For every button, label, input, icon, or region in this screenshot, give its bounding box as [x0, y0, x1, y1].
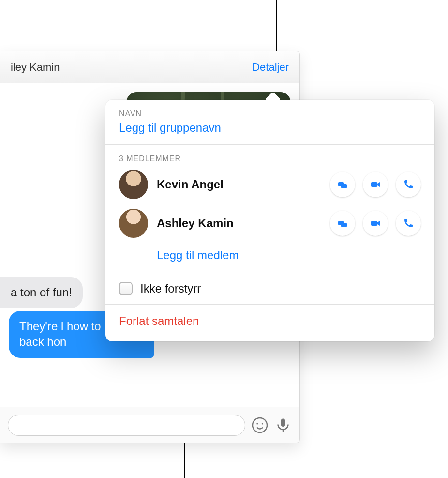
- svg-rect-8: [341, 223, 347, 227]
- audio-call-button[interactable]: [396, 211, 421, 236]
- name-section-label: NAVN: [119, 109, 421, 118]
- member-row: Ashley Kamin: [105, 204, 434, 243]
- screen-share-button[interactable]: [330, 211, 355, 236]
- member-row: Kevin Angel: [105, 165, 434, 204]
- svg-rect-5: [341, 184, 347, 188]
- add-group-name-link[interactable]: Legg til gruppenavn: [119, 121, 421, 135]
- conversation-title: iley Kamin: [11, 61, 60, 74]
- group-name-section: NAVN Legg til gruppenavn: [105, 100, 434, 144]
- audio-call-button[interactable]: [396, 172, 421, 197]
- svg-rect-3: [281, 418, 285, 427]
- add-member-row: Legg til medlem: [105, 243, 434, 273]
- compose-bar: [0, 407, 299, 443]
- member-actions: [330, 172, 421, 197]
- details-popover: NAVN Legg til gruppenavn 3 MEDLEMMER Kev…: [105, 100, 434, 341]
- avatar[interactable]: [119, 209, 148, 238]
- members-section-header: 3 MEDLEMMER: [105, 145, 434, 165]
- member-name: Kevin Angel: [157, 178, 321, 191]
- svg-point-1: [256, 423, 258, 424]
- members-count-label: 3 MEDLEMMER: [119, 154, 421, 163]
- svg-point-0: [253, 418, 267, 432]
- do-not-disturb-row: Ikke forstyrr: [105, 273, 434, 304]
- microphone-icon[interactable]: [274, 416, 292, 434]
- svg-point-2: [262, 423, 263, 424]
- screen-share-button[interactable]: [330, 172, 355, 197]
- svg-rect-6: [371, 182, 377, 187]
- do-not-disturb-checkbox[interactable]: [119, 282, 133, 295]
- video-call-button[interactable]: [363, 211, 388, 236]
- add-member-link[interactable]: Legg til medlem: [157, 248, 239, 262]
- video-call-button[interactable]: [363, 172, 388, 197]
- leave-conversation-link[interactable]: Forlat samtalen: [119, 314, 199, 327]
- compose-input[interactable]: [8, 415, 245, 436]
- svg-rect-9: [371, 221, 377, 226]
- incoming-message-bubble: a ton of fun!: [0, 277, 83, 308]
- emoji-icon[interactable]: [251, 416, 269, 434]
- avatar[interactable]: [119, 170, 148, 199]
- leave-conversation-row: Forlat samtalen: [105, 305, 434, 341]
- conversation-header: iley Kamin Detaljer: [0, 51, 299, 83]
- details-button[interactable]: Detaljer: [252, 61, 289, 74]
- do-not-disturb-label: Ikke forstyrr: [140, 282, 201, 295]
- member-name: Ashley Kamin: [157, 216, 321, 230]
- popover-arrow: [266, 93, 280, 100]
- member-actions: [330, 211, 421, 236]
